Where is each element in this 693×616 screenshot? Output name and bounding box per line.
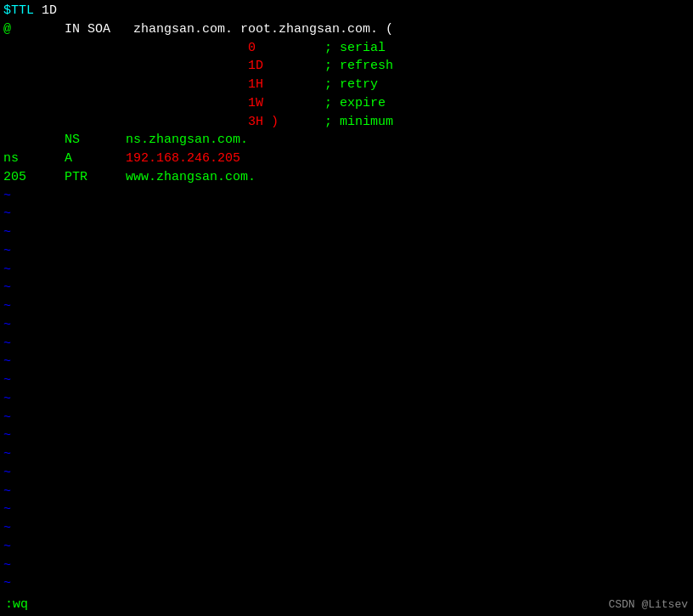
watermark: CSDN @Litsev bbox=[608, 597, 688, 613]
tilde-17: ~ bbox=[3, 483, 690, 501]
line-ptr-record: 205 PTR www.zhangsan.com. bbox=[3, 168, 690, 187]
line-soa: @ IN SOA zhangsan.com. root.zhangsan.com… bbox=[3, 20, 690, 39]
ptr-record: PTR www.zhangsan.com. bbox=[26, 168, 256, 187]
ns-record: NS ns.zhangsan.com. bbox=[3, 131, 248, 150]
tilde-1: ~ bbox=[3, 187, 690, 206]
tilde-16: ~ bbox=[3, 464, 690, 483]
a-type: A bbox=[19, 150, 126, 168]
ptr-host: 205 bbox=[3, 168, 26, 187]
ttl-value: 1D bbox=[34, 2, 57, 20]
tilde-7: ~ bbox=[3, 297, 690, 316]
tilde-9: ~ bbox=[3, 335, 690, 353]
tilde-15: ~ bbox=[3, 445, 690, 464]
tilde-10: ~ bbox=[3, 353, 690, 371]
line-refresh: 1D ; refresh bbox=[3, 57, 690, 76]
a-ip: 192.168.246.205 bbox=[126, 150, 240, 168]
tilde-11: ~ bbox=[3, 371, 690, 390]
tilde-2: ~ bbox=[3, 205, 690, 223]
serial-value: 0 bbox=[3, 39, 256, 58]
serial-comment: ; serial bbox=[256, 39, 386, 58]
line-ttl: $TTL 1D bbox=[3, 2, 690, 20]
command-text: :wq bbox=[5, 596, 37, 614]
expire-value: 1W bbox=[3, 94, 263, 113]
tilde-5: ~ bbox=[3, 261, 690, 280]
tilde-12: ~ bbox=[3, 390, 690, 409]
line-ns: NS ns.zhangsan.com. bbox=[3, 131, 690, 150]
tilde-8: ~ bbox=[3, 316, 690, 335]
ttl-keyword: $TTL bbox=[3, 2, 34, 20]
a-hostname: ns bbox=[3, 150, 19, 168]
tilde-20: ~ bbox=[3, 538, 690, 557]
soa-at: @ bbox=[3, 20, 11, 39]
tilde-14: ~ bbox=[3, 427, 690, 445]
retry-value: 1H bbox=[3, 76, 263, 94]
tilde-19: ~ bbox=[3, 519, 690, 538]
line-minimum: 3H ) ; minimum bbox=[3, 113, 690, 132]
tilde-13: ~ bbox=[3, 409, 690, 427]
tilde-4: ~ bbox=[3, 242, 690, 261]
tilde-6: ~ bbox=[3, 279, 690, 297]
tilde-22: ~ bbox=[3, 574, 690, 593]
editor-area: $TTL 1D @ IN SOA zhangsan.com. root.zhan… bbox=[0, 0, 693, 616]
tilde-18: ~ bbox=[3, 500, 690, 519]
expire-comment: ; expire bbox=[263, 94, 386, 113]
status-bar: :wq CSDN @Litsev bbox=[0, 594, 693, 616]
line-a-record: ns A 192.168.246.205 bbox=[3, 150, 690, 168]
line-expire: 1W ; expire bbox=[3, 94, 690, 113]
refresh-comment: ; refresh bbox=[263, 57, 393, 76]
retry-comment: ; retry bbox=[263, 76, 378, 94]
tilde-21: ~ bbox=[3, 557, 690, 575]
soa-record: IN SOA zhangsan.com. root.zhangsan.com. … bbox=[11, 20, 393, 39]
minimum-comment: ; minimum bbox=[279, 113, 393, 132]
tilde-3: ~ bbox=[3, 223, 690, 242]
line-serial: 0 ; serial bbox=[3, 39, 690, 58]
refresh-value: 1D bbox=[3, 57, 263, 76]
minimum-value: 3H ) bbox=[3, 113, 279, 132]
line-retry: 1H ; retry bbox=[3, 76, 690, 94]
